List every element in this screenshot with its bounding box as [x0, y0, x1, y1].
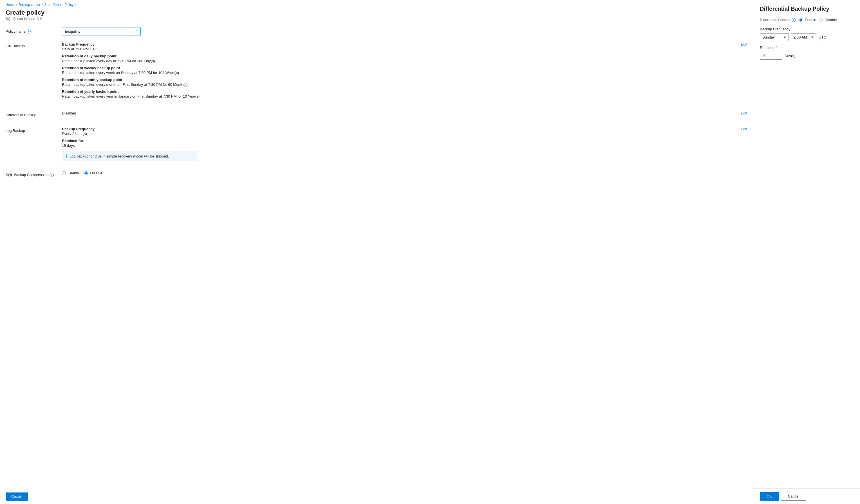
log-backup-row: Log Backup Backup Frequency Every 2 hour…	[5, 127, 747, 161]
sql-compression-disable-label: Disable	[90, 171, 102, 175]
full-backup-details: Backup Frequency Daily at 7:30 PM UTC Re…	[62, 42, 736, 101]
log-backup-edit-link[interactable]: Edit	[736, 127, 747, 131]
differential-backup-edit-link[interactable]: Edit	[736, 111, 747, 115]
right-disable-option[interactable]: Disable	[819, 18, 837, 22]
full-backup-section-row: Backup Frequency Daily at 7:30 PM UTC Re…	[62, 42, 747, 101]
sql-backup-compression-content: Enable Disable	[62, 171, 747, 175]
ok-button[interactable]: OK	[760, 492, 779, 501]
retention-daily-block: Retention of daily backup point Retain b…	[62, 54, 736, 63]
breadcrumb-sep1: >	[16, 3, 17, 6]
sql-compression-info-icon[interactable]: i	[50, 173, 54, 177]
sql-compression-enable-label: Enable	[68, 171, 79, 175]
bottom-bar: Create	[0, 489, 753, 504]
retention-yearly-block: Retention of yearly backup point Retain …	[62, 89, 736, 99]
differential-backup-row: Differential Backup Disabled Edit	[5, 111, 747, 117]
breadcrumb-home[interactable]: Home	[5, 3, 15, 7]
right-time-select[interactable]: 12:00 AM 1:00 AM 2:00 AM 3:00 AM 4:00 AM…	[791, 33, 816, 41]
full-backup-row: Full Backup Backup Frequency Daily at 7:…	[5, 42, 747, 101]
right-bottom-bar: OK Cancel	[753, 488, 860, 504]
right-differential-backup-row: Differential Backup i Enable Disable	[760, 18, 853, 22]
sql-compression-radio-group: Enable Disable	[62, 171, 747, 175]
sql-compression-enable-radio[interactable]	[62, 171, 66, 175]
right-disable-radio[interactable]	[819, 18, 823, 22]
sql-compression-disable-option[interactable]: Disable	[84, 171, 102, 175]
right-differential-backup-label: Differential Backup i	[760, 18, 799, 22]
page-title: Create policy	[5, 9, 44, 16]
log-backup-frequency-value: Every 2 hour(s)	[62, 132, 736, 136]
retention-monthly-title: Retention of monthly backup point	[62, 78, 736, 82]
sql-compression-enable-option[interactable]: Enable	[62, 171, 79, 175]
retention-yearly-title: Retention of yearly backup point	[62, 89, 736, 94]
retention-weekly-block: Retention of weekly backup point Retain …	[62, 66, 736, 75]
retention-daily-title: Retention of daily backup point	[62, 54, 736, 58]
right-enable-label: Enable	[805, 18, 816, 22]
right-panel-title: Differential Backup Policy	[760, 5, 853, 12]
retention-daily-value: Retain backup taken every day at 7:30 PM…	[62, 59, 736, 63]
breadcrumb-current: Start: Create Policy	[44, 3, 73, 7]
breadcrumb: Home > Backup center > Start: Create Pol…	[0, 0, 753, 8]
right-day-select[interactable]: Sunday Monday Tuesday Wednesday Thursday…	[760, 33, 789, 41]
right-backup-frequency-label: Backup Frequency	[760, 27, 853, 31]
log-backup-retained-block: Retained for 15 days	[62, 139, 736, 148]
cancel-button[interactable]: Cancel	[781, 492, 806, 501]
right-retained-input[interactable]	[760, 52, 782, 60]
log-backup-details: Backup Frequency Every 2 hour(s) Retaine…	[62, 127, 736, 161]
log-backup-content: Backup Frequency Every 2 hour(s) Retaine…	[62, 127, 747, 161]
right-differential-info-icon[interactable]: i	[792, 18, 796, 22]
backup-frequency-value: Daily at 7:30 PM UTC	[62, 47, 736, 51]
retention-yearly-value: Retain backup taken every year in Januar…	[62, 94, 736, 99]
policy-name-input-wrapper: testpolicy ✓	[62, 28, 141, 35]
differential-backup-status: Disabled	[62, 111, 76, 115]
sql-backup-compression-row: SQL Backup Compression i Enable Disable	[5, 171, 747, 177]
right-enable-option[interactable]: Enable	[799, 18, 816, 22]
full-backup-edit-link[interactable]: Edit	[736, 42, 747, 46]
sql-backup-compression-label: SQL Backup Compression i	[5, 171, 62, 177]
log-backup-frequency-title: Backup Frequency	[62, 127, 736, 131]
log-backup-info-box: ℹ Log backup for DBs in simple recovery …	[62, 151, 197, 161]
right-enable-radio[interactable]	[799, 18, 803, 22]
retention-monthly-block: Retention of monthly backup point Retain…	[62, 78, 736, 87]
differential-backup-section-row: Disabled Edit	[62, 111, 747, 115]
info-box-message: Log backup for DBs in simple recovery mo…	[70, 154, 169, 158]
policy-name-content: testpolicy ✓	[62, 28, 747, 35]
log-backup-retained-title: Retained for	[62, 139, 736, 143]
breadcrumb-sep2: >	[41, 3, 43, 6]
full-backup-content: Backup Frequency Daily at 7:30 PM UTC Re…	[62, 42, 747, 101]
right-retained-for-label: Retained for	[760, 46, 853, 50]
breadcrumb-backup-center[interactable]: Backup center	[18, 3, 40, 7]
differential-backup-content: Disabled Edit	[62, 111, 747, 115]
breadcrumb-sep3: >	[75, 3, 76, 6]
retention-weekly-title: Retention of weekly backup point	[62, 66, 736, 70]
policy-name-field[interactable]: testpolicy	[65, 30, 130, 34]
right-disable-label: Disable	[825, 18, 837, 22]
retention-weekly-value: Retain backup taken every week on Sunday…	[62, 71, 736, 75]
divider-1	[5, 108, 747, 108]
full-backup-label: Full Backup	[5, 42, 62, 48]
page-header: Create policy ··· SQL Server in Azure VM	[0, 8, 753, 23]
right-retained-row: Day(s)	[760, 52, 853, 60]
log-backup-section-row: Backup Frequency Every 2 hour(s) Retaine…	[62, 127, 747, 161]
differential-backup-label: Differential Backup	[5, 111, 62, 117]
timezone-label: UTC	[819, 35, 826, 39]
create-button[interactable]: Create	[5, 492, 28, 501]
divider-3	[5, 168, 747, 168]
page-subtitle: SQL Server in Azure VM	[5, 17, 747, 21]
retention-monthly-value: Retain backup taken every month on First…	[62, 83, 736, 87]
right-differential-backup-control: Enable Disable	[799, 18, 853, 22]
backup-frequency-block: Backup Frequency Daily at 7:30 PM UTC	[62, 42, 736, 51]
right-panel: Differential Backup Policy Differential …	[753, 0, 860, 504]
info-box-icon: ℹ	[66, 154, 67, 158]
right-retained-unit: Day(s)	[785, 54, 795, 58]
log-backup-retained-value: 15 days	[62, 144, 736, 148]
right-panel-content: Differential Backup Policy Differential …	[753, 0, 860, 488]
backup-frequency-title: Backup Frequency	[62, 42, 736, 46]
right-frequency-selects: Sunday Monday Tuesday Wednesday Thursday…	[760, 33, 853, 41]
more-options-icon[interactable]: ···	[47, 10, 51, 16]
policy-name-row: Policy name i testpolicy ✓	[5, 28, 747, 35]
policy-name-label: Policy name i	[5, 28, 62, 33]
policy-name-info-icon[interactable]: i	[27, 30, 31, 33]
divider-2	[5, 124, 747, 124]
log-backup-label: Log Backup	[5, 127, 62, 133]
sql-compression-disable-radio[interactable]	[84, 171, 88, 175]
log-backup-frequency-block: Backup Frequency Every 2 hour(s)	[62, 127, 736, 136]
